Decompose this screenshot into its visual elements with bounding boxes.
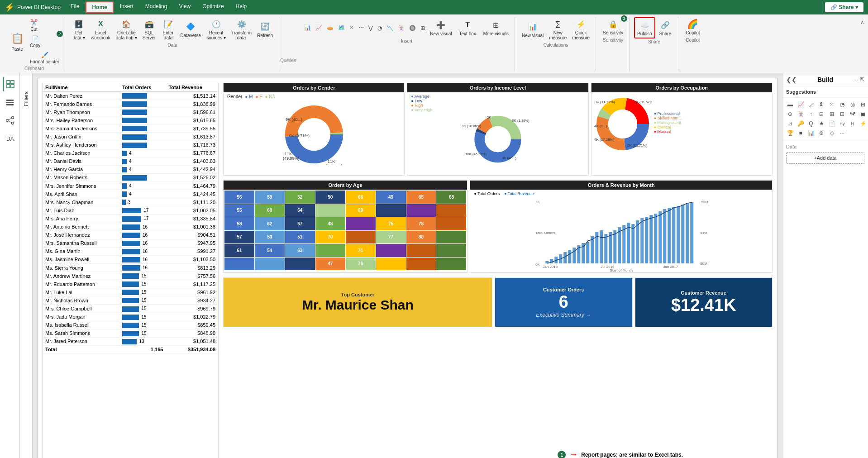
table-row[interactable]: Mr. Henry Garcia 4 $1,442.94 bbox=[43, 165, 218, 173]
table-row[interactable]: Mrs. Ashley Henderson $1,716.73 bbox=[43, 141, 218, 149]
sug-pie[interactable]: ◔ bbox=[838, 100, 846, 109]
customer-orders-card[interactable]: Customer Orders 6 Executive Summary → bbox=[495, 277, 633, 327]
table-row[interactable]: Mr. Luke Lal 15 $961.92 bbox=[43, 288, 218, 296]
new-visual-calc-button[interactable]: 📊 New visual bbox=[520, 20, 546, 39]
table-row[interactable]: Mrs. Samantha Jenkins $1,739.55 bbox=[43, 124, 218, 133]
customer-revenue-card[interactable]: Customer Revenue $12.41K bbox=[635, 277, 773, 327]
excel-button[interactable]: X Excelworkbook bbox=[89, 17, 113, 42]
text-box-button[interactable]: T Text box bbox=[457, 18, 478, 38]
sug-stacked-bar[interactable]: ▬ bbox=[786, 100, 794, 109]
sug-kpi[interactable]: ↑ bbox=[807, 110, 815, 118]
onelake-button[interactable]: 🏠 OneLakedata hub ▾ bbox=[114, 17, 139, 42]
gauge-icon[interactable]: ◔ bbox=[376, 24, 384, 32]
table-row[interactable]: Mrs. Nancy Chapman 3 $1,111.20 bbox=[43, 198, 218, 206]
card-icon[interactable]: 🃏 bbox=[396, 24, 406, 32]
matrix-icon[interactable]: ⊞ bbox=[419, 24, 427, 32]
sug-ribbon[interactable]: 🎗 bbox=[817, 100, 825, 109]
recent-sources-button[interactable]: 🕐 Recentsources ▾ bbox=[204, 17, 228, 42]
orders-by-age-card[interactable]: Orders by Age 56595250664965685560646958… bbox=[223, 180, 467, 273]
more-visuals-button[interactable]: ⊞ More visuals bbox=[481, 18, 511, 38]
enter-data-button[interactable]: 📝 Enterdata bbox=[159, 17, 177, 42]
table-row[interactable]: Ms. Jasmine Powell 16 $1,103.50 bbox=[43, 255, 218, 263]
table-row[interactable]: Ms. Gina Martin 16 $991.27 bbox=[43, 247, 218, 255]
sug-bullet[interactable]: ■ bbox=[796, 129, 805, 137]
table-row[interactable]: Mr. Luis Diaz 17 $1,002.05 bbox=[43, 206, 218, 215]
orders-by-income-card[interactable]: Orders by Income Level ● Average ● Low ●… bbox=[407, 83, 588, 176]
new-visual-button[interactable]: ➕ New visual bbox=[428, 18, 454, 38]
table-row[interactable]: Ms. Sierra Young 16 $813.29 bbox=[43, 263, 218, 272]
sug-slicer[interactable]: ⊟ bbox=[817, 110, 825, 118]
sug-smart[interactable]: ★ bbox=[817, 119, 825, 128]
table-row[interactable]: Mr. Dalton Perez $1,513.14 bbox=[43, 92, 218, 100]
table-row[interactable]: Mr. Jason Griffin $1,613.87 bbox=[43, 133, 218, 141]
sug-card[interactable]: 🃏 bbox=[796, 110, 805, 118]
orders-by-gender-card[interactable]: Orders by Gender Gender ● M ● F ● NA bbox=[223, 83, 405, 176]
table-row[interactable]: Mr. Nicholas Brown 15 $934.27 bbox=[43, 296, 218, 305]
table-row[interactable]: Ms. Sarah Simmons 15 $848.90 bbox=[43, 329, 218, 337]
more-chart-icon[interactable]: ⋯ bbox=[357, 24, 366, 32]
pie-chart-icon[interactable]: 🥧 bbox=[325, 24, 335, 32]
menu-help[interactable]: Help bbox=[230, 1, 253, 13]
map-icon[interactable]: 🗺️ bbox=[336, 24, 347, 32]
table-row[interactable]: Mr. Ryan Thompson $1,596.61 bbox=[43, 108, 218, 116]
add-data-button[interactable]: +Add data bbox=[786, 152, 864, 164]
model-view-icon[interactable] bbox=[3, 113, 17, 128]
sug-line[interactable]: 📈 bbox=[796, 100, 805, 109]
sug-key-inf[interactable]: 🔑 bbox=[796, 119, 805, 128]
orders-revenue-card[interactable]: Orders & Revenue by Month ● Total Orders… bbox=[470, 180, 773, 273]
table-row[interactable]: Mr. Mason Roberts $1,526.02 bbox=[43, 173, 218, 181]
table-row[interactable]: Ms. Isabella Russell 15 $859.45 bbox=[43, 321, 218, 329]
format-painter-button[interactable]: 🖌️ Format painter bbox=[28, 50, 61, 65]
collapse-ribbon-button[interactable]: ∧ bbox=[860, 19, 864, 25]
panel-more-button[interactable]: ··· bbox=[854, 76, 858, 83]
sug-powerapp[interactable]: ⚡ bbox=[859, 119, 867, 128]
menu-modeling[interactable]: Modeling bbox=[140, 1, 173, 13]
table-row[interactable]: Mr. Daniel Davis 4 $1,403.83 bbox=[43, 157, 218, 165]
menu-file[interactable]: File bbox=[65, 1, 85, 13]
cut-button[interactable]: ✂️ Cut bbox=[28, 17, 40, 33]
menu-home[interactable]: Home bbox=[86, 1, 113, 13]
get-data-button[interactable]: 🗄️ Getdata ▾ bbox=[70, 17, 88, 42]
dax-view-icon[interactable]: DAX bbox=[3, 131, 17, 146]
report-view-icon[interactable] bbox=[3, 77, 17, 91]
filters-label[interactable]: Filters bbox=[23, 91, 29, 106]
sug-gauge[interactable]: ⊙ bbox=[786, 110, 794, 118]
sug-map[interactable]: 🗺 bbox=[849, 110, 857, 118]
sql-button[interactable]: 🗃️ SQLServer bbox=[140, 17, 158, 42]
slicer-icon[interactable]: 🔘 bbox=[407, 24, 418, 32]
table-row[interactable]: Mrs. Ana Perry 17 $1,335.84 bbox=[43, 215, 218, 223]
menu-view[interactable]: View bbox=[173, 1, 196, 13]
new-measure-button[interactable]: ∑ Newmeasure bbox=[547, 17, 569, 42]
sug-trophy[interactable]: 🏆 bbox=[786, 129, 794, 137]
table-row[interactable]: Mr. Jared Peterson 13 $1,051.48 bbox=[43, 337, 218, 345]
scatter-icon[interactable]: ⁙ bbox=[348, 24, 356, 32]
table-row[interactable]: Mr. Fernando Barnes $1,838.99 bbox=[43, 100, 218, 108]
menu-insert[interactable]: Insert bbox=[114, 1, 139, 13]
sug-icon-set[interactable]: ⊛ bbox=[817, 129, 825, 137]
transform-button[interactable]: ⚙️ Transformdata bbox=[229, 17, 254, 42]
sug-area[interactable]: ◿ bbox=[807, 100, 815, 109]
data-table[interactable]: FullName Total Orders Total Revenue Mr. … bbox=[42, 83, 219, 458]
refresh-button[interactable]: 🔄 Refresh bbox=[255, 20, 275, 39]
share-button[interactable]: 🔗 Share ▾ bbox=[825, 2, 863, 12]
sug-scatter[interactable]: ⁙ bbox=[828, 100, 836, 109]
sug-chart4[interactable]: 📊 bbox=[807, 129, 815, 137]
sug-matrix[interactable]: ⊡ bbox=[838, 110, 846, 118]
orders-by-occupation-card[interactable]: Orders by Occupation 3K (11.72%) 7K (3 bbox=[591, 83, 773, 176]
sug-paginated[interactable]: 📄 bbox=[828, 119, 836, 128]
sug-donut[interactable]: ◎ bbox=[849, 100, 857, 109]
share-btn-ribbon[interactable]: 🔗 Share bbox=[656, 18, 674, 38]
bar-chart-icon[interactable]: 📊 bbox=[302, 24, 313, 32]
collapse-panel-button[interactable]: ❮❮ bbox=[786, 76, 797, 83]
table-row[interactable]: Mr. Eduardo Patterson 15 $1,117.25 bbox=[43, 280, 218, 288]
sug-filled-map[interactable]: ◼ bbox=[859, 110, 867, 118]
sug-r[interactable]: R bbox=[849, 119, 857, 128]
table-row[interactable]: Mrs. Jennifer Simmons 4 $1,464.79 bbox=[43, 182, 218, 190]
table-row[interactable]: Mrs. Chloe Campbell 15 $969.79 bbox=[43, 305, 218, 313]
table-row[interactable]: Mr. Antonio Bennett 16 $1,001.38 bbox=[43, 223, 218, 231]
sug-decomp[interactable]: ⊿ bbox=[786, 119, 794, 128]
line-chart-icon[interactable]: 📈 bbox=[314, 24, 324, 32]
paste-button[interactable]: 📋 Paste bbox=[7, 29, 27, 53]
table-row[interactable]: Mr. José Hernandez 16 $904.51 bbox=[43, 231, 218, 239]
data-view-icon[interactable] bbox=[3, 95, 17, 110]
